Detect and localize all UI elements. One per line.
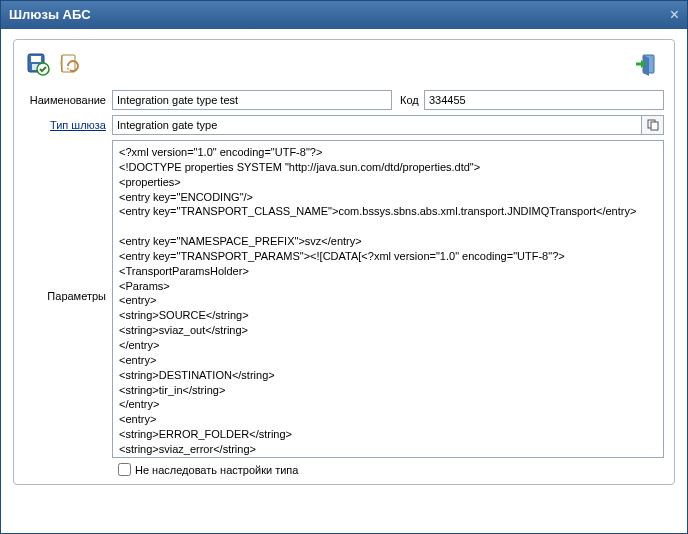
svg-rect-1	[31, 56, 41, 62]
params-label: Параметры	[24, 140, 112, 302]
name-row: Наименование Код	[24, 90, 664, 110]
code-input[interactable]	[424, 90, 664, 110]
type-label-link[interactable]: Тип шлюза	[24, 119, 112, 131]
type-picker-button[interactable]	[642, 115, 664, 135]
content-area: Наименование Код Тип шлюза Параметры Не …	[1, 29, 687, 495]
params-row: Параметры	[24, 140, 664, 458]
main-panel: Наименование Код Тип шлюза Параметры Не …	[13, 39, 675, 485]
history-button[interactable]	[56, 50, 84, 78]
name-label: Наименование	[24, 94, 112, 106]
window-titlebar: Шлюзы АБС ×	[1, 1, 687, 29]
exit-icon	[634, 52, 658, 76]
toolbar	[24, 50, 664, 78]
exit-button[interactable]	[632, 50, 660, 78]
window-title: Шлюзы АБС	[9, 7, 91, 22]
name-input[interactable]	[112, 90, 392, 110]
copy-icon	[646, 118, 660, 132]
save-check-icon	[26, 52, 50, 76]
inherit-row: Не наследовать настройки типа	[24, 463, 664, 476]
document-history-icon	[58, 52, 82, 76]
save-button[interactable]	[24, 50, 52, 78]
code-label: Код	[392, 94, 424, 106]
type-input[interactable]	[112, 115, 642, 135]
inherit-checkbox[interactable]	[118, 463, 131, 476]
close-icon[interactable]: ×	[670, 1, 679, 29]
params-textarea[interactable]	[112, 140, 664, 458]
inherit-label: Не наследовать настройки типа	[135, 464, 298, 476]
type-row: Тип шлюза	[24, 115, 664, 135]
svg-rect-7	[651, 122, 658, 130]
